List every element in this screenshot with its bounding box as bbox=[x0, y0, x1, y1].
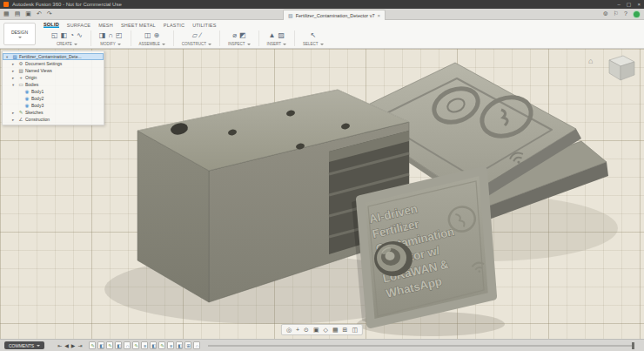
job-status-icon[interactable]: ⊚ bbox=[603, 9, 608, 19]
undo-icon[interactable]: ↶ bbox=[37, 9, 42, 19]
caret-icon[interactable]: ▸ bbox=[12, 69, 17, 73]
orbit-icon[interactable]: ◎ bbox=[286, 326, 292, 334]
hose-barb-fitting[interactable] bbox=[374, 241, 413, 276]
visibility-eye-icon[interactable]: ◉ bbox=[24, 89, 30, 94]
timeline-track[interactable] bbox=[208, 345, 634, 347]
shell-icon[interactable]: ◰ bbox=[116, 30, 123, 41]
model-face-plate[interactable]: AI-driven Fertilizer Contamination Detec… bbox=[352, 171, 493, 324]
tab-mesh[interactable]: MESH bbox=[98, 23, 113, 28]
view-cube[interactable] bbox=[609, 56, 634, 80]
measure-icon[interactable]: ⌀ bbox=[232, 30, 237, 41]
insert-mesh-icon[interactable]: ▲ bbox=[269, 30, 276, 41]
home-icon[interactable]: ⌂ bbox=[588, 57, 593, 65]
view-cube-area[interactable]: ⌂ bbox=[587, 52, 637, 89]
comments-panel-toggle[interactable]: COMMENTS bbox=[4, 341, 44, 349]
revolve-icon[interactable]: ◔ bbox=[70, 30, 74, 41]
viewports-icon[interactable]: ◫ bbox=[352, 326, 358, 334]
browser-item-construction[interactable]: ▸ ∠ Construction bbox=[3, 116, 104, 123]
sweep-icon[interactable]: ∿ bbox=[77, 30, 83, 41]
axis-icon[interactable]: ∕ bbox=[200, 30, 201, 41]
workspace-selector[interactable]: DESIGN bbox=[3, 23, 36, 45]
browser-item-body3[interactable]: ◉ Body3 bbox=[3, 102, 104, 109]
close-tab-icon[interactable]: × bbox=[377, 13, 380, 18]
grid-settings-icon[interactable]: ⊞ bbox=[343, 326, 348, 334]
timeline-emboss-feature[interactable]: ≡ bbox=[167, 341, 174, 349]
visibility-eye-icon[interactable]: ◉ bbox=[24, 103, 30, 108]
save-icon[interactable]: ▣ bbox=[25, 9, 31, 19]
chevron-down-icon bbox=[320, 44, 324, 45]
caret-icon[interactable]: ▾ bbox=[6, 55, 10, 59]
new-design-icon[interactable]: ◱ bbox=[51, 30, 58, 41]
fillet-icon[interactable]: ∩ bbox=[108, 30, 113, 41]
maximize-button[interactable]: ▢ bbox=[627, 0, 632, 9]
timeline-extrude-feature[interactable]: ◧ bbox=[176, 341, 183, 349]
select-icon[interactable]: ↖ bbox=[310, 30, 316, 41]
browser-item-sketches[interactable]: ▸ ✎ Sketches bbox=[3, 109, 104, 116]
caret-icon[interactable]: ▸ bbox=[12, 62, 17, 66]
tab-utilities[interactable]: UTILITIES bbox=[192, 23, 216, 28]
tab-solid[interactable]: SOLID bbox=[44, 22, 59, 28]
timeline-fillet-feature[interactable]: ∩ bbox=[193, 341, 200, 349]
press-pull-icon[interactable]: ◨ bbox=[99, 30, 106, 41]
data-panel-icon[interactable]: ▦ bbox=[3, 9, 10, 19]
file-menu-icon[interactable]: ▤ bbox=[15, 9, 21, 19]
display-settings-icon[interactable]: ▦ bbox=[332, 326, 339, 334]
create-menu[interactable]: CREATE bbox=[57, 42, 77, 46]
browser-item-bodies[interactable]: ▾ ▭ Bodies bbox=[3, 81, 104, 88]
joint-icon[interactable]: ⊕ bbox=[154, 30, 160, 41]
browser-item-document-settings[interactable]: ▸ ⚙ Document Settings bbox=[3, 60, 104, 67]
timeline-emboss-feature[interactable]: ≡ bbox=[141, 341, 148, 349]
decal-icon[interactable]: ▨ bbox=[278, 30, 285, 41]
tab-surface[interactable]: SURFACE bbox=[67, 23, 91, 28]
tab-plastic[interactable]: PLASTIC bbox=[164, 23, 184, 28]
zoom-icon[interactable]: ⊙ bbox=[304, 326, 309, 334]
minimize-button[interactable]: – bbox=[617, 0, 620, 9]
assemble-menu[interactable]: ASSEMBLE bbox=[139, 42, 165, 46]
help-icon[interactable]: ? bbox=[624, 9, 627, 19]
inspect-menu[interactable]: INSPECT bbox=[228, 42, 251, 46]
close-button[interactable]: × bbox=[637, 0, 641, 9]
browser-item-origin[interactable]: ▸ + Origin bbox=[3, 74, 104, 81]
notifications-icon[interactable]: ⚐ bbox=[614, 9, 619, 19]
browser-item-named-views[interactable]: ▸ ▤ Named Views bbox=[3, 67, 104, 74]
play-button[interactable]: ▶ bbox=[71, 341, 76, 351]
go-to-start-button[interactable]: ⇤ bbox=[57, 341, 62, 351]
caret-icon[interactable]: ▸ bbox=[12, 111, 17, 115]
insert-menu[interactable]: INSERT bbox=[267, 42, 286, 46]
timeline-fillet-feature[interactable]: ∩ bbox=[124, 341, 131, 349]
construct-menu[interactable]: CONSTRUCT bbox=[182, 42, 211, 46]
caret-icon[interactable]: ▾ bbox=[12, 83, 17, 87]
timeline-marker[interactable] bbox=[632, 342, 634, 349]
offset-plane-icon[interactable]: ▱ bbox=[192, 30, 198, 41]
select-menu[interactable]: SELECT bbox=[303, 42, 324, 46]
visibility-eye-icon[interactable]: ◉ bbox=[24, 96, 30, 101]
look-at-icon[interactable]: ◇ bbox=[324, 326, 328, 334]
browser-item-body1[interactable]: ◉ Body1 bbox=[3, 88, 104, 95]
timeline-sketch-feature[interactable]: ✎ bbox=[158, 341, 165, 349]
step-back-button[interactable]: ◀ bbox=[64, 341, 69, 351]
caret-icon[interactable]: ▸ bbox=[12, 76, 17, 80]
timeline-sketch-feature[interactable]: ✎ bbox=[132, 341, 139, 349]
timeline-sketch-feature[interactable]: ✎ bbox=[106, 341, 113, 349]
timeline-extrude-feature[interactable]: ◧ bbox=[115, 341, 122, 349]
timeline-extrude-feature[interactable]: ◧ bbox=[150, 341, 157, 349]
extrude-icon[interactable]: ◧ bbox=[61, 30, 68, 41]
modify-menu[interactable]: MODIFY bbox=[100, 42, 121, 46]
document-tab[interactable]: ▧ Fertilizer_Contamination_Detector v7 × bbox=[283, 10, 386, 20]
redo-icon[interactable]: ↷ bbox=[47, 9, 52, 19]
go-to-end-button[interactable]: ⇥ bbox=[77, 341, 82, 351]
timeline-extrude-feature[interactable]: ◧ bbox=[97, 341, 104, 349]
fit-icon[interactable]: ▣ bbox=[313, 326, 319, 334]
pan-icon[interactable]: + bbox=[296, 326, 299, 334]
browser-item-root[interactable]: ▾ ▧ Fertilizer_Contamination_Dete... bbox=[3, 53, 104, 60]
new-component-icon[interactable]: ◫ bbox=[144, 30, 151, 41]
caret-icon[interactable]: ▸ bbox=[12, 118, 17, 122]
avatar[interactable] bbox=[633, 10, 641, 18]
section-analysis-icon[interactable]: ◩ bbox=[239, 30, 246, 41]
browser-item-body2[interactable]: ◉ Body2 bbox=[3, 95, 104, 102]
timeline-combine-feature[interactable]: ⊞ bbox=[184, 341, 191, 349]
timeline-sketch-feature[interactable]: ✎ bbox=[89, 341, 96, 349]
chevron-down-icon bbox=[18, 37, 22, 38]
tab-sheet-metal[interactable]: SHEET METAL bbox=[121, 23, 156, 28]
viewport[interactable]: AI-driven Fertilizer Contamination Detec… bbox=[0, 49, 644, 351]
